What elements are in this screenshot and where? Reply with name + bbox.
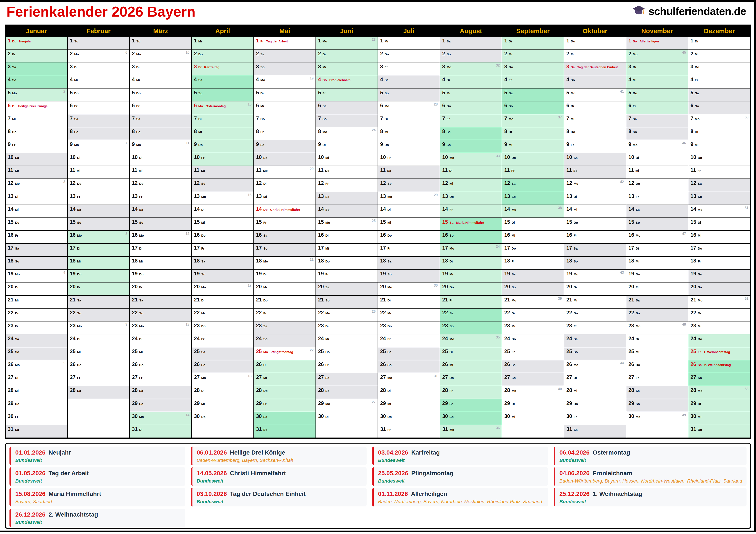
weekday-abbr: Di xyxy=(325,234,329,237)
weekday-abbr: Sa xyxy=(260,143,264,147)
day-cell: 30Mi xyxy=(502,412,564,425)
day-cell: 6Di xyxy=(564,101,626,114)
day-cell: 22So xyxy=(130,309,192,321)
weekday-abbr: Sa xyxy=(139,389,143,393)
weekday-abbr: Fr xyxy=(695,78,698,82)
day-number: 25 xyxy=(380,348,386,354)
day-cell: 6So xyxy=(688,101,750,114)
day-cell: 27Mo31 xyxy=(378,373,440,386)
day-number: 15 xyxy=(70,219,76,225)
day-cell: 7Mi xyxy=(6,114,68,127)
weekday-abbr: So xyxy=(74,130,78,134)
day-cell: 17Do xyxy=(502,244,564,257)
day-number: 31 xyxy=(256,426,262,432)
week-number: 17 xyxy=(248,284,252,288)
weekday-abbr: Mi xyxy=(77,169,80,172)
day-cell: 3Fr xyxy=(378,63,440,75)
day-cell: 9Sa xyxy=(254,140,316,153)
day-number: 25 xyxy=(318,348,324,354)
day-number: 7 xyxy=(8,115,11,121)
day-cell xyxy=(192,425,254,438)
legend-card: 03.10.2026Tag der Deutschen EinheitBunde… xyxy=(191,488,367,506)
day-cell: 10Do xyxy=(688,153,750,166)
day-number: 28 xyxy=(690,387,696,393)
day-number: 20 xyxy=(380,284,386,290)
weekday-abbr: Mo xyxy=(322,130,327,134)
day-cell: 1Mi xyxy=(378,37,440,50)
weekday-abbr: Mo xyxy=(77,324,82,328)
day-number: 13 xyxy=(256,193,262,199)
day-cell: 5Fr xyxy=(316,89,378,101)
day-cell: 7Di xyxy=(192,114,254,127)
weekday-abbr: Mi xyxy=(574,298,577,302)
day-number: 1 xyxy=(629,38,631,44)
day-number: 28 xyxy=(380,387,386,393)
day-cell: 16Sa xyxy=(254,231,316,244)
weekday-abbr: Sa xyxy=(636,208,640,212)
day-cell: 30Mo14 xyxy=(130,412,192,425)
day-number: 20 xyxy=(442,284,448,290)
calendar-table: Januar1DoNeujahr2Fr3Sa4So5Mo26DiHeilige … xyxy=(5,25,751,439)
day-number: 17 xyxy=(380,245,386,251)
weekday-abbr: Sa xyxy=(388,260,392,263)
brand-name: schulferiendaten.de xyxy=(648,5,746,18)
day-number: 10 xyxy=(8,154,14,160)
weekday-abbr: Mo xyxy=(201,195,206,198)
day-cell: 8Sa xyxy=(440,127,502,140)
weekday-abbr: Fr xyxy=(574,234,577,237)
weekday-abbr: So xyxy=(574,260,578,263)
day-number: 12 xyxy=(504,180,510,186)
day-cell: 10Sa xyxy=(564,153,626,166)
day-cell: 31So xyxy=(254,425,316,438)
week-number: 30 xyxy=(434,284,438,288)
weekday-abbr: Mo xyxy=(15,182,20,185)
day-number: 2 xyxy=(690,51,693,57)
week-number: 31 xyxy=(434,374,438,378)
day-cell: 26Do xyxy=(626,360,688,373)
day-cell: 11Mo20 xyxy=(254,166,316,179)
day-number: 12 xyxy=(132,180,138,186)
day-cell: 11Fr xyxy=(502,166,564,179)
day-cell: 14Sa xyxy=(68,205,130,218)
day-number: 24 xyxy=(70,336,76,342)
weekday-abbr: Fr xyxy=(388,156,391,160)
month-header-5: Mai xyxy=(254,25,316,37)
weekday-abbr: Do xyxy=(509,65,513,69)
weekday-abbr: Fr xyxy=(449,208,453,212)
day-number: 30 xyxy=(132,413,138,419)
day-cell: 23Mo9 xyxy=(68,321,130,334)
weekday-abbr: Sa xyxy=(512,182,516,185)
day-number: 30 xyxy=(318,413,324,419)
day-number: 13 xyxy=(318,193,324,199)
day-cell: 28Do xyxy=(254,386,316,399)
day-number: 14 xyxy=(194,206,200,212)
day-cell: 22Fr xyxy=(254,309,316,321)
week-number: 36 xyxy=(496,426,500,430)
weekday-abbr: Di xyxy=(446,78,450,82)
day-cell: 2So xyxy=(440,50,502,63)
day-cell: 18Sa xyxy=(192,257,254,269)
day-cell xyxy=(68,399,130,412)
day-number: 23 xyxy=(442,322,448,329)
weekday-abbr: Di xyxy=(633,65,636,69)
day-number: 12 xyxy=(194,180,200,186)
legend-card: 06.04.2026OstermontagBundesweit xyxy=(554,446,746,465)
day-number: 7 xyxy=(504,115,507,121)
day-number: 25 xyxy=(629,348,634,354)
day-cell: 18Sa xyxy=(378,257,440,269)
day-cell: 12Sa xyxy=(688,179,750,192)
day-number: 10 xyxy=(380,154,386,160)
day-number: 19 xyxy=(256,271,262,277)
weekday-abbr: Sa xyxy=(201,350,205,354)
day-number: 10 xyxy=(256,154,262,160)
legend-regions: Baden-Württemberg, Bayern, Hessen, Nordr… xyxy=(559,478,742,484)
weekday-abbr: So xyxy=(198,91,202,95)
weekday-abbr: Mi xyxy=(263,195,267,198)
weekday-abbr: Mi xyxy=(15,298,19,302)
day-number: 8 xyxy=(629,128,631,134)
weekday-abbr: Mi xyxy=(325,156,329,160)
day-cell: 22So xyxy=(68,309,130,321)
day-cell: 4Sa xyxy=(378,75,440,88)
week-number: 25 xyxy=(372,219,376,223)
day-cell: 23Fr xyxy=(6,321,68,334)
